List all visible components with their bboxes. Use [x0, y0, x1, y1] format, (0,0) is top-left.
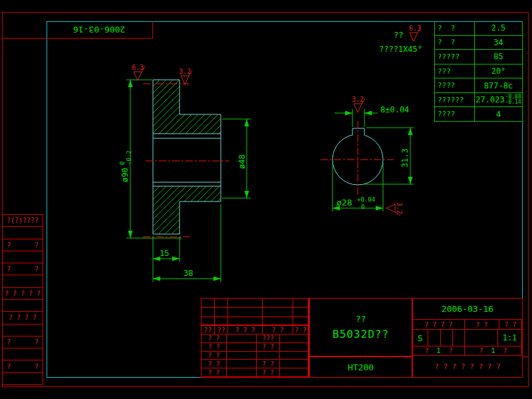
hatch-lower — [153, 186, 221, 233]
dim-15: 15 — [160, 249, 169, 258]
material-cell: HT200 — [309, 356, 412, 378]
svg-text:31.3: 31.3 — [400, 148, 410, 168]
dim-slot-depth: 31.3 — [400, 148, 410, 168]
svg-text:3.2: 3.2 — [352, 96, 364, 103]
scale-value: 1:1 — [498, 330, 522, 346]
svg-text:3.2: 3.2 — [179, 68, 191, 75]
finish-note: ?? 6.3 ????1X45° — [379, 25, 422, 54]
dim-38: 38 — [184, 269, 193, 278]
keyway-mask — [352, 131, 365, 136]
surface-finish-icon: 6.3 — [132, 64, 145, 80]
svg-text:ø48: ø48 — [237, 154, 247, 169]
sheet-cell: ? 1 ? — [413, 346, 465, 355]
svg-text:-0.2: -0.2 — [126, 150, 132, 165]
surface-finish-icon: 3.2 — [179, 68, 192, 84]
dimension-lines — [126, 80, 251, 282]
svg-text:ø90: ø90 — [120, 168, 130, 182]
weight-symbol: S — [413, 330, 428, 346]
svg-text:0: 0 — [119, 162, 126, 165]
header-cell: ?? — [201, 326, 215, 334]
title-block-name-area: ?? B5032D?? — [309, 298, 412, 356]
title-block-left-header: ?? ?? ? ? ? ? ? ? ? — [201, 326, 309, 334]
drawing-subtitle: ?? — [356, 314, 366, 324]
svg-text:ø28: ø28 — [336, 198, 352, 207]
header-cell: ?? — [215, 326, 228, 334]
drawing-number: B5032D?? — [332, 328, 389, 340]
svg-text:3.2: 3.2 — [396, 202, 403, 214]
dim-dia48: ø48 — [237, 154, 247, 169]
title-block-sheet-row: ? 1 ? ? 1 ? — [412, 346, 523, 356]
header-cell: ? ? ? — [228, 326, 263, 334]
date-label: 2006-03-16 — [442, 304, 493, 314]
header-cell: ? ? — [263, 326, 293, 334]
bore-end-view: 8±0.04 31.3 ø28 +0.04 0 3.2 3.2 — [321, 96, 414, 215]
title-block-left-rows: ? ???? ? ?? ? ? ? ? ?? ? ? ?? ? — [201, 334, 309, 378]
note-detail: ????1X45° — [379, 45, 422, 54]
surface-finish-icon: 6.3 — [409, 25, 421, 41]
svg-text:6.3: 6.3 — [132, 64, 144, 71]
svg-text:+0.04: +0.04 — [357, 196, 375, 203]
hatch-upper — [153, 80, 221, 134]
title-block-signature-row: ? ? ? ? ? ? ? ? — [412, 320, 523, 330]
svg-text:6.3: 6.3 — [409, 25, 421, 32]
note-prefix: ?? — [394, 31, 403, 40]
title-block-scale-row: S 1:1 — [412, 330, 523, 346]
title-block-left-top — [201, 298, 309, 326]
svg-text:0: 0 — [361, 203, 364, 210]
material-label: HT200 — [348, 362, 374, 372]
title-block-date-cell: 2006-03-16 — [412, 298, 523, 320]
cad-drawing-sheet: 2006-03-16 ? ? 2.5 ? ? 34 ????? 85 ??? 2… — [0, 0, 532, 399]
title-block-bottom-row: ? ? ? ? ? ? ? ? — [412, 356, 523, 378]
surface-finish-icon: 3.2 — [386, 202, 403, 215]
sheet-cell: ? 1 ? — [465, 346, 522, 355]
header-cell: ? ? — [293, 326, 309, 334]
dimension-arrows — [128, 80, 249, 281]
dim-slot-width: 8±0.04 — [380, 105, 409, 114]
surface-finish-icon: 3.2 — [352, 96, 365, 112]
bore-lines — [153, 134, 221, 186]
gear-section-view: ø90 0 -0.2 ø48 15 38 6.3 3.2 — [119, 64, 251, 282]
